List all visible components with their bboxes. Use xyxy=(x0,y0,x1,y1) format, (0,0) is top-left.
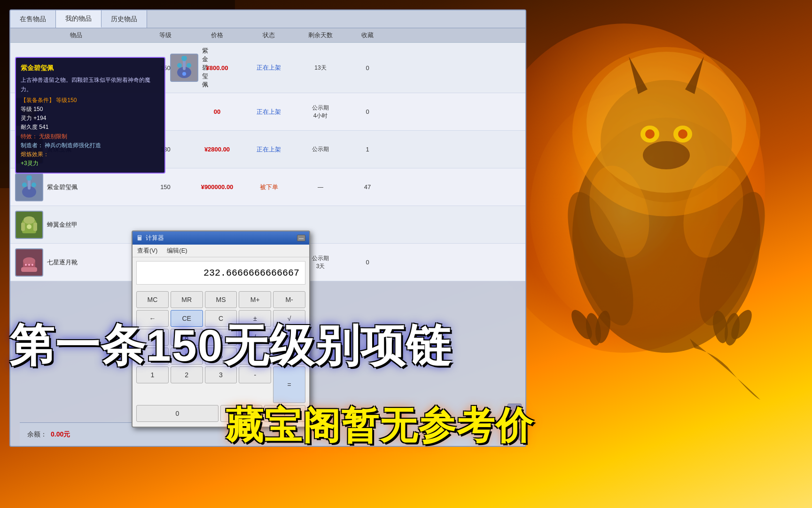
item-days-2: 公示期4小时 xyxy=(297,104,344,120)
calculator-icon: 🖩 xyxy=(136,234,143,242)
item-collection-2: 0 xyxy=(344,108,391,115)
svg-rect-45 xyxy=(21,222,25,231)
calc-title-left: 🖩 计算器 xyxy=(136,234,164,242)
item-info-6: 七星逐月靴 xyxy=(15,248,137,277)
table-header: 物品 等级 价格 状态 剩余天数 收藏 xyxy=(10,28,525,43)
item-collection-4: 47 xyxy=(344,183,391,190)
item-info-4: 紫金碧玺佩 xyxy=(15,173,137,201)
tooltip-maker-label: 制造者： xyxy=(21,142,43,149)
item-collection-6: 0 xyxy=(344,259,391,266)
svg-point-7 xyxy=(678,129,687,139)
col-price: 价格 xyxy=(194,31,241,40)
item-price-4: ¥900000.00 xyxy=(194,183,241,190)
item-icon-4 xyxy=(15,173,43,201)
tab-my-items[interactable]: 我的物品 xyxy=(56,10,102,28)
col-level: 等级 xyxy=(137,31,194,40)
svg-point-42 xyxy=(31,183,36,187)
item-status-4: 被下单 xyxy=(241,183,297,191)
balance-value: 0.00元 xyxy=(51,430,70,439)
col-status: 状态 xyxy=(241,31,297,40)
tooltip-maker-value: 神兵の制造师强化打造 xyxy=(45,142,101,149)
svg-rect-46 xyxy=(33,222,37,231)
tooltip-fusion-value: +3灵力 xyxy=(21,159,160,168)
svg-point-53 xyxy=(31,264,33,266)
overlay-title-2: 藏宝阁暂无参考价 xyxy=(226,401,534,452)
calc-minimize-button[interactable]: — xyxy=(297,235,305,241)
tooltip-stat-level: 等级 150 xyxy=(21,105,160,114)
item-collection-3: 1 xyxy=(344,146,391,153)
svg-rect-49 xyxy=(21,267,37,272)
item-price-3: ¥2800.00 xyxy=(194,146,241,153)
svg-point-6 xyxy=(645,129,655,139)
calc-row-memory: MC MR MS M+ M- xyxy=(136,291,305,308)
monster-silhouette xyxy=(525,47,798,400)
calc-menu-view[interactable]: 查看(V) xyxy=(133,246,162,256)
calc-mc[interactable]: MC xyxy=(136,291,169,308)
item-collection-1: 0 xyxy=(344,64,391,71)
calc-display: 232.6666666666667 xyxy=(136,261,305,285)
svg-point-8 xyxy=(643,141,690,169)
item-price-1: ¥800.00 xyxy=(194,64,241,71)
item-info-5: 蝉翼金丝甲 xyxy=(15,211,137,239)
table-row[interactable]: 紫金碧玺佩 150 ¥900000.00 被下单 — 47 xyxy=(10,168,525,206)
item-name-5: 蝉翼金丝甲 xyxy=(47,221,78,229)
tooltip-condition-label: 【装备条件】 xyxy=(21,97,55,103)
item-icon-5 xyxy=(15,211,43,239)
balance-label: 余额： xyxy=(27,430,47,439)
svg-point-52 xyxy=(28,264,30,266)
svg-point-47 xyxy=(27,224,31,229)
tooltip-desc: 上古神兽遗留之物。四颗碧玉珠似平依附着神奇的魔力。 xyxy=(21,76,160,94)
calc-m-minus[interactable]: M- xyxy=(273,291,305,308)
item-status-2: 正在上架 xyxy=(241,108,297,116)
col-days: 剩余天数 xyxy=(297,31,344,40)
col-collection: 收藏 xyxy=(344,31,391,40)
item-status-3: 正在上架 xyxy=(241,145,297,154)
item-tooltip: 紫金碧玺佩 上古神兽遗留之物。四颗碧玉珠似平依附着神奇的魔力。 【装备条件】 等… xyxy=(15,57,165,174)
item-days-1: 13天 xyxy=(297,64,344,72)
item-icon-6 xyxy=(15,248,43,277)
svg-point-32 xyxy=(182,72,186,76)
col-action xyxy=(391,31,429,40)
calc-mr[interactable]: MR xyxy=(171,291,203,308)
svg-point-40 xyxy=(26,175,32,181)
tooltip-condition-value: 等级150 xyxy=(56,97,77,103)
col-item: 物品 xyxy=(15,31,137,40)
tooltip-stat-spirit: 灵力 +194 xyxy=(21,114,160,123)
overlay-title-1: 第一条150无级别项链 xyxy=(9,316,452,376)
calc-title-label: 计算器 xyxy=(146,234,164,242)
svg-point-44 xyxy=(23,216,35,224)
calc-m-plus[interactable]: M+ xyxy=(239,291,271,308)
calc-titlebar: 🖩 计算器 — xyxy=(133,231,309,245)
svg-point-50 xyxy=(23,257,35,265)
tooltip-special-value: 无级别限制 xyxy=(39,133,67,140)
tab-on-sale[interactable]: 在售物品 xyxy=(10,10,56,28)
item-name-4: 紫金碧玺佩 xyxy=(47,183,78,191)
tooltip-special-label: 特效： xyxy=(21,133,38,140)
svg-point-41 xyxy=(22,183,27,187)
item-days-3: 公示期 xyxy=(297,145,344,153)
calc-0[interactable]: 0 xyxy=(136,405,219,422)
tooltip-stat-durability: 耐久度 541 xyxy=(21,123,160,132)
item-name-6: 七星逐月靴 xyxy=(47,258,78,267)
tab-bar: 在售物品 我的物品 历史物品 xyxy=(10,10,525,28)
table-row[interactable]: 紫金碧玺佩 上古神兽遗留之物。四颗碧玉珠似平依附着神奇的魔力。 【装备条件】 等… xyxy=(10,43,525,93)
item-level-4: 150 xyxy=(137,183,194,190)
tooltip-fusion-label: 熔炼效果： xyxy=(21,150,160,159)
calc-menu-edit[interactable]: 编辑(E) xyxy=(162,246,192,256)
svg-point-51 xyxy=(25,264,27,266)
calc-menu: 查看(V) 编辑(E) xyxy=(133,245,309,257)
calc-ms[interactable]: MS xyxy=(205,291,237,308)
tab-history[interactable]: 历史物品 xyxy=(102,10,147,28)
item-days-4: — xyxy=(297,184,344,190)
svg-point-29 xyxy=(181,56,187,61)
item-status-1: 正在上架 xyxy=(241,64,297,72)
tooltip-title: 紫金碧玺佩 xyxy=(21,63,160,73)
item-price-2: 00 xyxy=(194,108,241,115)
